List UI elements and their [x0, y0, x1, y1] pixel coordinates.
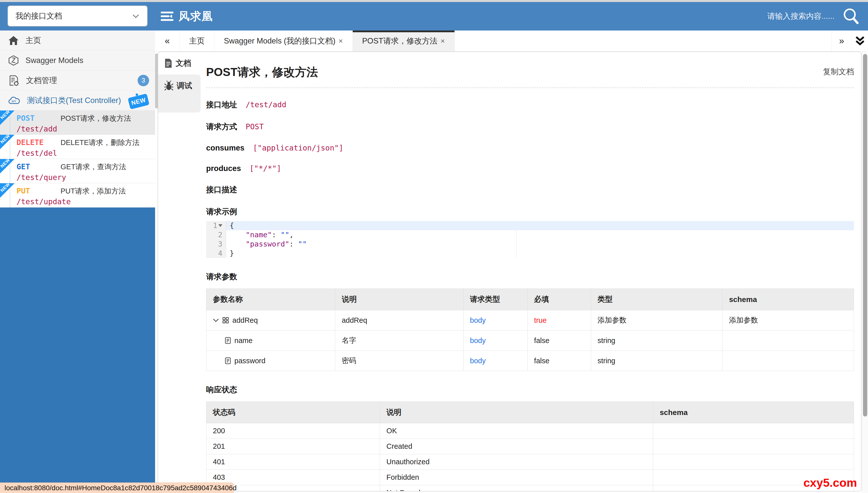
- search-icon[interactable]: [842, 7, 861, 26]
- document-icon: [164, 58, 172, 68]
- status-bar: localhost:8080/doc.html#HomeDoc8a1c82d70…: [0, 483, 234, 493]
- tab-bar-spacer: [455, 30, 831, 51]
- status-desc: Created: [380, 439, 653, 454]
- sidebar-item-home[interactable]: 主页: [0, 30, 155, 50]
- column-header: 状态码: [206, 402, 380, 423]
- status-desc: Forbidden: [380, 470, 653, 485]
- table-row: name 名字 body false string: [206, 330, 854, 351]
- copy-doc-button[interactable]: 复制文档: [823, 66, 854, 77]
- new-ribbon: NEW: [0, 159, 15, 173]
- param-in[interactable]: body: [463, 351, 527, 371]
- sidebar-item-label: 文档管理: [26, 75, 57, 86]
- method-label: GET: [17, 162, 61, 171]
- tab-swagger-models[interactable]: Swagger Models (我的接口文档) ×: [214, 30, 353, 51]
- line-number-gutter: 1: [206, 221, 226, 230]
- app-header: 我的接口文档 风求凰 请输入搜索内容......: [0, 2, 868, 30]
- column-header: schema: [722, 289, 854, 310]
- sidebar-item-swagger-models[interactable]: Swagger Models: [0, 50, 155, 70]
- request-method-label: 请求方式: [206, 122, 237, 132]
- main-scrollbar-thumb[interactable]: [863, 54, 867, 416]
- param-name: addReq: [232, 316, 258, 324]
- debug-tab-block: 调试: [158, 74, 201, 112]
- object-grid-icon: [222, 317, 229, 323]
- endpoint-path: /test/query: [17, 173, 66, 182]
- main-scrollbar-track[interactable]: [862, 51, 868, 493]
- table-row: 403 Forbidden: [206, 470, 854, 485]
- doc-manage-icon: [8, 75, 20, 86]
- tab-home[interactable]: 主页: [180, 30, 214, 51]
- search-box[interactable]: 请输入搜索内容......: [767, 2, 861, 30]
- tab-label: Swagger Models (我的接口文档): [224, 36, 335, 46]
- sidebar-item-test-controller[interactable]: API 测试接口类(Test Controller) NEW 4: [0, 90, 155, 110]
- endpoint-item-get-query[interactable]: NEW GET GET请求，查询方法 /test/query: [0, 159, 155, 183]
- status-desc: OK: [380, 423, 653, 439]
- chevron-down-icon: [132, 14, 140, 19]
- param-name: password: [234, 357, 265, 365]
- status-schema: [653, 423, 854, 439]
- doc-group-select[interactable]: 我的接口文档: [7, 5, 148, 26]
- table-row: 201 Created: [206, 439, 854, 454]
- column-header: schema: [653, 402, 854, 423]
- tab-doc-label: 文档: [175, 58, 191, 68]
- endpoint-path: /test/del: [17, 149, 57, 157]
- param-desc: 名字: [335, 330, 463, 351]
- param-in[interactable]: body: [463, 330, 527, 351]
- content-panel: 文档 调试 POST请求，修改方法 复制文档 接口地址 /te: [158, 51, 862, 492]
- status-code: 401: [206, 454, 380, 470]
- sidebar-filler: [0, 208, 155, 493]
- method-label: POST: [17, 114, 61, 123]
- tab-post-request[interactable]: POST请求，修改方法 ×: [353, 30, 455, 51]
- status-schema: [653, 454, 854, 470]
- tab-scroll-left-button[interactable]: «: [155, 30, 180, 51]
- column-header: 说明: [335, 289, 463, 310]
- collapse-chevron-icon[interactable]: [213, 318, 219, 322]
- fold-caret-icon[interactable]: [219, 224, 222, 227]
- double-chevron-down-icon: [855, 36, 865, 46]
- param-required: true: [528, 310, 591, 330]
- line-number-gutter: 2: [206, 230, 226, 239]
- request-example-editor[interactable]: 1 { 2 "name": "", 3 "password": "" 4 }: [206, 221, 854, 258]
- request-method-value: POST: [246, 122, 264, 131]
- param-type: string: [591, 351, 722, 371]
- param-type: string: [591, 330, 722, 351]
- tab-scroll-right-button[interactable]: »: [831, 30, 851, 51]
- sidebar-item-doc-manage[interactable]: 文档管理 3: [0, 70, 155, 90]
- param-in[interactable]: body: [463, 310, 527, 330]
- status-bar-url: localhost:8080/doc.html#HomeDoc8a1c82d70…: [4, 484, 236, 492]
- tab-doc[interactable]: 文档: [158, 52, 201, 74]
- tab-debug-label: 调试: [177, 81, 192, 91]
- window-top-strip: [0, 0, 868, 2]
- produces-label: produces: [206, 164, 241, 173]
- new-ribbon: NEW: [0, 110, 15, 125]
- column-header: 说明: [380, 402, 653, 423]
- close-icon[interactable]: ×: [338, 37, 343, 45]
- brand-logo: 风求凰: [160, 2, 213, 30]
- endpoint-path: /test/add: [17, 125, 57, 133]
- tab-debug[interactable]: 调试: [158, 74, 201, 97]
- code-line: 3 "password": "": [206, 239, 854, 249]
- close-icon[interactable]: ×: [440, 37, 445, 45]
- field-doc-icon: [225, 337, 231, 344]
- line-number-gutter: 4: [206, 249, 226, 258]
- doc-debug-tabs: 文档 调试: [158, 52, 201, 491]
- endpoint-item-post-add[interactable]: NEW POST POST请求，修改方法 /test/add: [0, 110, 155, 135]
- endpoint-item-put-update[interactable]: NEW PUT PUT请求，添加方法 /test/update: [0, 183, 155, 208]
- consumes-label: consumes: [206, 144, 244, 152]
- param-required: false: [528, 330, 591, 351]
- response-status-table: 状态码 说明 schema 200 OK 201 Created 401: [206, 402, 854, 491]
- status-desc: Not Found: [380, 485, 653, 491]
- collapse-all-button[interactable]: [851, 30, 868, 51]
- endpoint-item-delete-del[interactable]: NEW DELETE DELETE请求，删除方法 /test/del: [0, 135, 155, 159]
- param-desc: 密码: [335, 351, 463, 371]
- brand-name: 风求凰: [179, 9, 213, 24]
- sidebar-scrollbar-thumb[interactable]: [155, 53, 158, 108]
- endpoint-path: /test/update: [17, 197, 71, 206]
- api-cloud-icon: API: [8, 95, 21, 106]
- search-placeholder: 请输入搜索内容......: [767, 11, 834, 21]
- page-title: POST请求，修改方法: [206, 64, 318, 80]
- column-header: 参数名称: [206, 289, 335, 310]
- status-code: 200: [206, 423, 380, 439]
- new-ribbon: NEW: [0, 183, 15, 198]
- request-params-label: 请求参数: [206, 272, 854, 282]
- endpoint-description: DELETE请求，删除方法: [61, 138, 140, 148]
